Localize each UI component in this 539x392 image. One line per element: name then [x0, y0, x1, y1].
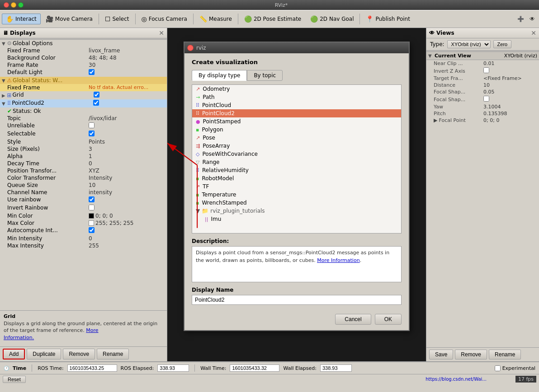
interact-button[interactable]: ✋ Interact: [2, 14, 41, 24]
pc2-size-row[interactable]: Size (Pixels) 3: [0, 145, 167, 153]
view-button[interactable]: 👁: [527, 14, 537, 24]
pc2-selectable-checkbox[interactable]: [89, 131, 95, 136]
viz-item-wrenchstamped[interactable]: ▪ WrenchStamped: [192, 199, 401, 207]
select-button[interactable]: ☐ Select: [101, 14, 133, 24]
pc2-alpha-row[interactable]: Alpha 1: [0, 153, 167, 160]
viz-item-tf[interactable]: ↗ TF: [192, 182, 401, 191]
background-color-row[interactable]: Background Color 48; 48; 48: [0, 54, 167, 61]
experimental-checkbox[interactable]: [495, 365, 501, 371]
pc2-max-color-row[interactable]: Max Color 255; 255; 255: [0, 219, 167, 227]
views-close-icon[interactable]: ✕: [531, 29, 536, 37]
add-toolbar-button[interactable]: ➕: [515, 14, 526, 24]
views-save-button[interactable]: Save: [429, 350, 453, 359]
viz-group-rviz-tutorials[interactable]: ▼ 📁 rviz_plugin_tutorials: [192, 207, 401, 215]
pc2-min-intensity-row[interactable]: Min Intensity 0: [0, 235, 167, 242]
cancel-button[interactable]: Cancel: [335, 314, 371, 325]
pc2-pos-transform-row[interactable]: Position Transfor... XYZ: [0, 167, 167, 174]
default-light-checkbox[interactable]: [89, 69, 95, 75]
pc2-queue-row[interactable]: Queue Size 10: [0, 182, 167, 189]
viz-item-temperature[interactable]: ▪ Temperature: [192, 191, 401, 199]
viz-item-range[interactable]: ▽ Range: [192, 158, 401, 166]
default-light-row[interactable]: Default Light: [0, 69, 167, 77]
desc-info-link[interactable]: Information.: [4, 335, 34, 341]
grid-enable-checkbox[interactable]: [94, 92, 99, 98]
focus-camera-button[interactable]: ◎ Focus Camera: [137, 14, 191, 24]
viz-item-pointstamped[interactable]: ● PointStamped: [192, 117, 401, 126]
pc2-status-row[interactable]: ✔ Status: Ok: [0, 107, 167, 115]
target-frame-row[interactable]: Target Fra... <Fixed Frame>: [426, 75, 539, 82]
focal-shape1-row[interactable]: Focal Shap... 0.05: [426, 89, 539, 95]
focal-shape2-checkbox[interactable]: [483, 96, 489, 102]
pc2-min-color-row[interactable]: Min Color 0; 0; 0: [0, 212, 167, 219]
pc2-unreliable-row[interactable]: Unreliable: [0, 122, 167, 130]
rename-button[interactable]: Rename: [97, 349, 129, 359]
desc-more-link[interactable]: More: [86, 327, 98, 333]
focal-point-row[interactable]: ▶ Focal Point 0; 0; 0: [426, 117, 539, 124]
global-status-fixed-frame-row[interactable]: Fixed Frame No tf data. Actual erro...: [0, 84, 167, 91]
displays-close-icon[interactable]: ✕: [159, 29, 164, 37]
viz-item-robotmodel[interactable]: ▪ RobotModel: [192, 174, 401, 182]
modal-close-button[interactable]: [187, 45, 194, 51]
pointcloud2-row[interactable]: ▼ ⠿ PointCloud2: [0, 99, 167, 107]
measure-button[interactable]: 📏 Measure: [195, 14, 236, 24]
viz-item-pointcloud2[interactable]: ⠿ PointCloud2: [192, 109, 401, 117]
yaw-row[interactable]: Yaw 3.1004: [426, 103, 539, 110]
viz-item-path[interactable]: → Path: [192, 93, 401, 101]
pc2-rainbow-row[interactable]: Use rainbow: [0, 196, 167, 204]
pc2-decay-row[interactable]: Decay Time 0: [0, 160, 167, 167]
global-status-row[interactable]: ▼ ⚠ Global Status: W...: [0, 77, 167, 84]
pc2-style-row[interactable]: Style Points: [0, 138, 167, 145]
pc2-rainbow-checkbox[interactable]: [89, 196, 95, 202]
viz-list[interactable]: ↗ Odometry → Path ⠿ PointCloud ⠿: [192, 84, 402, 233]
modal-more-link[interactable]: More Information: [317, 257, 359, 263]
views-type-select[interactable]: XYOrbit (rviz): [447, 40, 491, 48]
add-button[interactable]: Add: [3, 349, 25, 359]
views-current-view-header[interactable]: ▼ Current View XYOrbit (rviz): [426, 52, 539, 60]
pc2-channel-row[interactable]: Channel Name intensity: [0, 189, 167, 196]
ok-button[interactable]: OK: [375, 314, 402, 325]
viz-item-polygon[interactable]: ▪ Polygon: [192, 126, 401, 134]
nav-goal-button[interactable]: 🟢 2D Nav Goal: [306, 14, 358, 24]
group-expand-arrow[interactable]: ▼: [196, 208, 200, 214]
global-options-row[interactable]: ▼ ⚙ Global Options: [0, 40, 167, 47]
expand-arrow-current-view[interactable]: ▼: [428, 53, 433, 58]
ros-time-input[interactable]: [67, 364, 117, 372]
expand-arrow-focal[interactable]: ▶: [434, 117, 437, 123]
pc2-autocompute-checkbox[interactable]: [89, 227, 95, 233]
viz-item-posewithcovariance[interactable]: ◇ PoseWithCovariance: [192, 150, 401, 158]
maximize-button[interactable]: [18, 2, 24, 8]
pc2-invert-row[interactable]: Invert Rainbow: [0, 204, 167, 212]
expand-arrow-global[interactable]: ▼: [2, 41, 6, 46]
duplicate-button[interactable]: Duplicate: [27, 349, 61, 359]
minimize-button[interactable]: [11, 2, 16, 8]
move-camera-button[interactable]: 🎥 Move Camera: [42, 14, 97, 24]
viz-item-posearray[interactable]: ⇶ PoseArray: [192, 142, 401, 150]
frame-rate-row[interactable]: Frame Rate 30: [0, 61, 167, 69]
display-name-input[interactable]: [192, 295, 402, 305]
publish-point-button[interactable]: 📍 Publish Point: [362, 14, 414, 24]
expand-arrow-status[interactable]: ▼: [2, 78, 6, 83]
viz-item-imu[interactable]: || Imu: [192, 215, 401, 223]
tab-by-topic[interactable]: By topic: [247, 70, 283, 81]
remove-button[interactable]: Remove: [63, 349, 95, 359]
pc2-invert-checkbox[interactable]: [89, 205, 95, 210]
wall-elapsed-input[interactable]: [320, 364, 352, 372]
expand-arrow-pc2[interactable]: ▼: [2, 101, 6, 106]
invert-z-row[interactable]: Invert Z Axis: [426, 67, 539, 75]
pc2-autocompute-row[interactable]: Autocompute Int...: [0, 227, 167, 235]
focal-shape2-row[interactable]: Focal Shap...: [426, 95, 539, 103]
viz-item-relativehumidity[interactable]: ⠿ RelativeHumidity: [192, 166, 401, 174]
pc2-enable-checkbox[interactable]: [93, 100, 99, 106]
viz-item-pose[interactable]: ↗ Pose: [192, 134, 401, 142]
expand-arrow-grid[interactable]: ▶: [2, 93, 6, 98]
pose-estimate-button[interactable]: 🟢 2D Pose Estimate: [240, 14, 305, 24]
wall-time-input[interactable]: [230, 364, 279, 372]
reset-button[interactable]: Reset: [3, 376, 26, 383]
pc2-max-intensity-row[interactable]: Max Intensity 255: [0, 242, 167, 249]
grid-row[interactable]: ▶ ⊞ Grid: [0, 91, 167, 99]
pc2-unreliable-checkbox[interactable]: [89, 122, 95, 128]
views-rename-button[interactable]: Rename: [489, 350, 521, 359]
displays-tree[interactable]: ▼ ⚙ Global Options Fixed Frame livox_fra…: [0, 40, 167, 310]
ros-elapsed-input[interactable]: [157, 364, 189, 372]
pc2-topic-row[interactable]: Topic /livox/lidar: [0, 115, 167, 122]
